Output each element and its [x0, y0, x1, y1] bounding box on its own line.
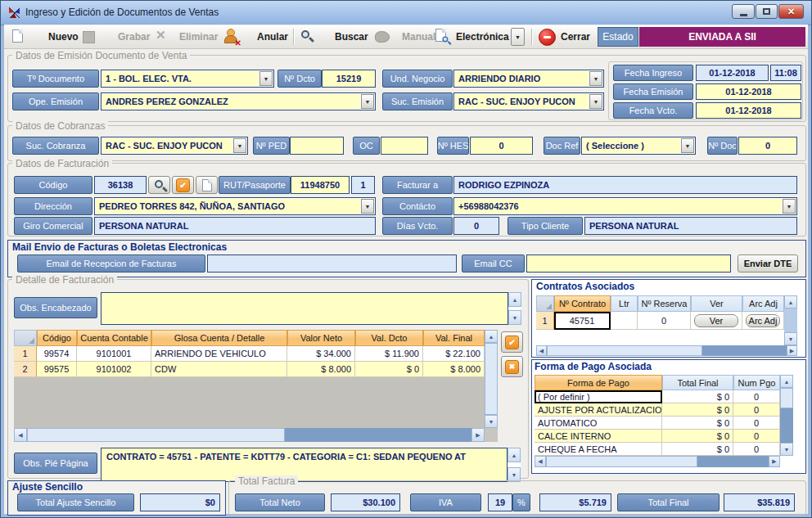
grid-header-glosa[interactable]: Glosa Cuenta / Detalle — [151, 330, 287, 346]
scrollbar-thumb[interactable] — [485, 343, 498, 415]
no-entry-icon[interactable] — [539, 29, 556, 46]
scrollbar-track[interactable] — [784, 309, 797, 332]
scroll-left-button[interactable] — [536, 345, 547, 356]
lookup-client-button[interactable] — [148, 176, 170, 194]
close-button[interactable]: ✕ — [778, 4, 804, 19]
row-number[interactable]: 2 — [14, 362, 37, 377]
chevron-down-icon[interactable] — [361, 199, 374, 214]
cell-dcto[interactable]: $ 11.900 — [355, 346, 423, 362]
chevron-down-icon[interactable] — [259, 71, 273, 86]
email-cc-field[interactable] — [526, 254, 731, 273]
contratos-header-contrato[interactable]: Nº Contrato — [554, 295, 611, 312]
scroll-right-button[interactable] — [471, 428, 485, 442]
cerrar-button[interactable]: Cerrar — [561, 31, 590, 43]
scroll-left-button[interactable] — [535, 456, 546, 467]
fp-cell-forma[interactable]: ( Por definir ) — [535, 390, 662, 403]
fp-cell-num[interactable]: 0 — [733, 417, 780, 430]
contratos-header-ltr[interactable]: Ltr — [611, 295, 638, 312]
scrollbar-thumb[interactable] — [546, 456, 697, 467]
fp-cell-forma[interactable]: CALCE INTERNO — [535, 430, 662, 443]
direccion-select[interactable]: PEDREO TORRES 842, ÑUÑOA, SANTIAGO — [94, 197, 376, 215]
cell-codigo[interactable]: 99575 — [37, 362, 77, 377]
cell-contrato[interactable]: 45751 — [554, 312, 611, 330]
cell-dcto[interactable]: $ 0 — [355, 362, 423, 377]
n-doc-field[interactable]: 0 — [738, 137, 797, 155]
fp-header-total[interactable]: Total Final — [662, 375, 733, 390]
scroll-down-button[interactable] — [780, 443, 793, 456]
cell-neto[interactable]: $ 34.000 — [287, 346, 355, 362]
cell-final[interactable]: $ 22.100 — [423, 346, 485, 362]
ver-button[interactable]: Ver — [694, 314, 738, 327]
scroll-down-button[interactable] — [784, 332, 797, 345]
row-number[interactable]: 1 — [536, 312, 554, 330]
fp-cell-num[interactable]: 0 — [733, 430, 780, 443]
minimize-button[interactable] — [732, 4, 755, 19]
fp-cell-total[interactable]: $ 0 — [662, 417, 733, 430]
fp-cell-num[interactable]: 0 — [733, 390, 780, 403]
scrollbar-track[interactable] — [547, 345, 787, 356]
chevron-down-icon[interactable] — [361, 94, 374, 109]
scroll-up-button[interactable] — [784, 295, 797, 309]
electronica-dropdown-button[interactable] — [511, 28, 525, 46]
fp-cell-forma[interactable]: CHEQUE A FECHA — [535, 443, 662, 456]
obs-encabezado-textarea[interactable] — [101, 292, 508, 325]
n-hes-field[interactable]: 0 — [470, 137, 533, 155]
buscar-button[interactable]: Buscar — [335, 31, 368, 43]
delete-detail-button[interactable] — [501, 356, 523, 377]
cell-final[interactable]: $ 8.000 — [423, 362, 485, 377]
anular-user-icon[interactable]: ✕ — [223, 29, 239, 45]
doc-ref-select[interactable]: ( Seleccione ) — [581, 137, 696, 155]
new-client-button[interactable] — [196, 176, 218, 194]
fp-cell-total[interactable]: $ 0 — [662, 390, 733, 403]
chevron-down-icon[interactable] — [589, 94, 602, 109]
scrollbar-thumb[interactable] — [780, 388, 793, 408]
cell-neto[interactable]: $ 8.000 — [287, 362, 355, 377]
fecha-vcto-date[interactable]: 01-12-2018 — [696, 102, 801, 119]
electronica-button[interactable]: Electrónica — [456, 31, 509, 43]
maximize-button[interactable] — [756, 4, 778, 19]
contratos-header-arcadj[interactable]: Arc Adj — [742, 295, 784, 312]
chevron-down-icon[interactable] — [783, 199, 796, 214]
nuevo-button[interactable]: Nuevo — [48, 31, 79, 43]
cell-ltr[interactable] — [611, 312, 638, 330]
scroll-right-button[interactable] — [787, 345, 797, 356]
grid-select-all-header[interactable] — [14, 330, 37, 346]
scroll-up-button[interactable] — [485, 330, 498, 343]
n-ped-field[interactable] — [290, 137, 344, 155]
fp-cell-forma[interactable]: AUTOMATICO — [535, 417, 662, 430]
suc-emision-select[interactable]: RAC - SUC. ENJOY PUCON — [453, 92, 604, 110]
tipo-documento-select[interactable]: 1 - BOL. ELEC. VTA. — [101, 70, 274, 88]
grid-header-cuenta[interactable]: Cuenta Contable — [77, 330, 151, 346]
rut-field[interactable]: 11948750 — [291, 176, 350, 194]
cell-cuenta[interactable]: 9101002 — [77, 362, 151, 377]
grid-header-neto[interactable]: Valor Neto — [287, 330, 355, 346]
confirm-client-button[interactable] — [172, 176, 194, 194]
confirm-detail-button[interactable] — [501, 331, 523, 353]
email-recepcion-field[interactable] — [207, 254, 457, 273]
grid-header-codigo[interactable]: Código — [37, 330, 77, 346]
scrollbar-track[interactable] — [27, 428, 471, 442]
new-document-icon[interactable] — [12, 29, 23, 43]
anular-button[interactable]: Anular — [257, 31, 288, 43]
oc-field[interactable] — [381, 137, 428, 155]
contratos-header-ver[interactable]: Ver — [691, 295, 742, 312]
enviar-dte-button[interactable]: Enviar DTE — [738, 254, 798, 273]
grid-header-dcto[interactable]: Val. Dcto — [355, 330, 423, 346]
scroll-up-button[interactable] — [508, 448, 521, 462]
chevron-down-icon[interactable] — [681, 138, 694, 153]
scrollbar-thumb[interactable] — [27, 428, 285, 442]
fp-cell-forma[interactable]: AJUSTE POR ACTUALIZACION — [535, 403, 662, 417]
fp-cell-num[interactable]: 0 — [733, 403, 780, 417]
chevron-down-icon[interactable] — [233, 138, 246, 153]
chevron-down-icon[interactable] — [589, 71, 602, 86]
fp-cell-total[interactable]: $ 0 — [662, 443, 733, 456]
search-icon[interactable] — [300, 29, 315, 44]
fp-cell-total[interactable]: $ 0 — [662, 403, 733, 417]
scrollbar-track[interactable] — [546, 456, 769, 467]
fp-header-forma[interactable]: Forma de Pago — [535, 375, 662, 390]
contacto-select[interactable]: +56988042376 — [453, 197, 797, 215]
arc-adj-button[interactable]: Arc Adj — [746, 314, 780, 327]
contratos-header-reserva[interactable]: Nº Reserva — [638, 295, 691, 312]
cell-glosa[interactable]: CDW — [151, 362, 287, 377]
scrollbar-track[interactable] — [485, 343, 498, 415]
